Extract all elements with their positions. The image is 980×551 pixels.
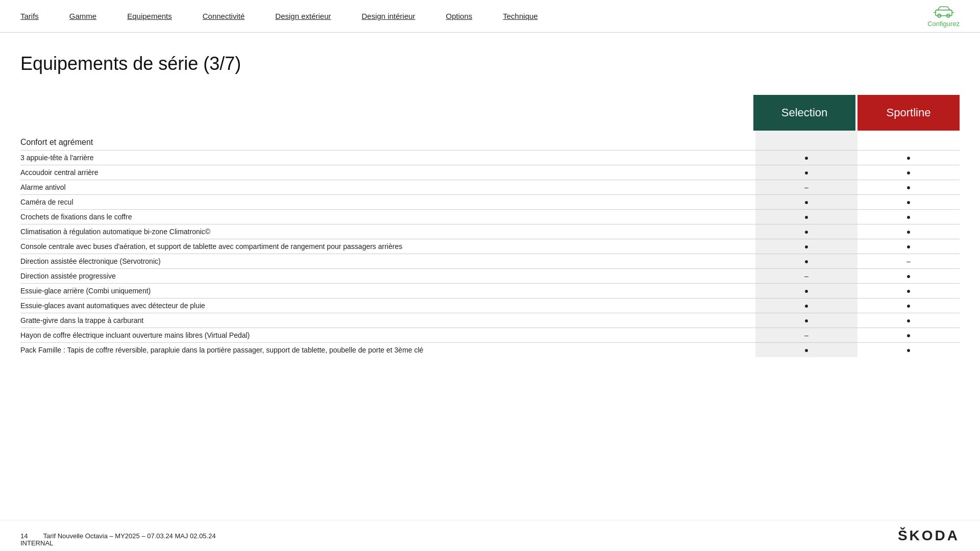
selection-value: ● bbox=[755, 195, 857, 210]
table-row: Direction assistée électronique (Servotr… bbox=[20, 254, 960, 269]
feature-label: Climatisation à régulation automatique b… bbox=[20, 224, 755, 239]
feature-label: Essuie-glaces avant automatiques avec dé… bbox=[20, 298, 755, 313]
footer-internal: INTERNAL bbox=[20, 539, 53, 549]
page-title: Equipements de série (3/7) bbox=[20, 53, 960, 74]
table-row: Pack Famille : Tapis de coffre réversibl… bbox=[20, 343, 960, 358]
nav-technique[interactable]: Technique bbox=[503, 12, 537, 20]
table-row: Essuie-glace arrière (Combi uniquement)●… bbox=[20, 284, 960, 298]
sportline-value: ● bbox=[857, 224, 960, 239]
sportline-value: ● bbox=[857, 269, 960, 284]
car-icon bbox=[934, 5, 954, 20]
footer-page-number: 14 bbox=[20, 532, 28, 540]
selection-value: ● bbox=[755, 284, 857, 298]
nav-options[interactable]: Options bbox=[446, 12, 473, 20]
sportline-value: – bbox=[857, 254, 960, 269]
column-headers: Selection Sportline bbox=[20, 95, 960, 131]
table-row: Direction assistée progressive–● bbox=[20, 269, 960, 284]
category-label: Confort et agrément bbox=[20, 131, 755, 151]
selection-value: ● bbox=[755, 343, 857, 358]
feature-label: Gratte-givre dans la trappe à carburant bbox=[20, 313, 755, 328]
sportline-header: Sportline bbox=[857, 95, 960, 131]
selection-header: Selection bbox=[753, 95, 855, 131]
feature-label: Alarme antivol bbox=[20, 180, 755, 195]
selection-value: ● bbox=[755, 165, 857, 180]
selection-value: – bbox=[755, 269, 857, 284]
feature-label: Direction assistée électronique (Servotr… bbox=[20, 254, 755, 269]
selection-value: ● bbox=[755, 224, 857, 239]
footer-document: Tarif Nouvelle Octavia – MY2025 – 07.03.… bbox=[43, 532, 215, 540]
nav-connectivite[interactable]: Connectivité bbox=[203, 12, 245, 20]
table-row: Console centrale avec buses d'aération, … bbox=[20, 239, 960, 254]
selection-value: ● bbox=[755, 239, 857, 254]
main-content: Equipements de série (3/7) Selection Spo… bbox=[0, 33, 980, 357]
table-row: Alarme antivol–● bbox=[20, 180, 960, 195]
selection-value: ● bbox=[755, 210, 857, 224]
nav-gamme[interactable]: Gamme bbox=[69, 12, 96, 20]
feature-label: Hayon de coffre électrique incluant ouve… bbox=[20, 328, 755, 343]
sportline-value: ● bbox=[857, 180, 960, 195]
sportline-value: ● bbox=[857, 313, 960, 328]
feature-label: Direction assistée progressive bbox=[20, 269, 755, 284]
nav-design-interieur[interactable]: Design intérieur bbox=[362, 12, 415, 20]
selection-value: – bbox=[755, 328, 857, 343]
table-row: Essuie-glaces avant automatiques avec dé… bbox=[20, 298, 960, 313]
selection-value: ● bbox=[755, 298, 857, 313]
selection-value: ● bbox=[755, 151, 857, 165]
table-row: Gratte-givre dans la trappe à carburant●… bbox=[20, 313, 960, 328]
configurez-label: Configurez bbox=[927, 20, 960, 28]
sportline-value: ● bbox=[857, 298, 960, 313]
table-row: 3 appuie-tête à l'arrière●● bbox=[20, 151, 960, 165]
feature-label: 3 appuie-tête à l'arrière bbox=[20, 151, 755, 165]
feature-label: Accoudoir central arrière bbox=[20, 165, 755, 180]
feature-label: Essuie-glace arrière (Combi uniquement) bbox=[20, 284, 755, 298]
sportline-value: ● bbox=[857, 239, 960, 254]
sportline-value: ● bbox=[857, 210, 960, 224]
sportline-value: ● bbox=[857, 343, 960, 358]
sportline-value: ● bbox=[857, 195, 960, 210]
category-row: Confort et agrément bbox=[20, 131, 960, 151]
table-row: Climatisation à régulation automatique b… bbox=[20, 224, 960, 239]
table-row: Crochets de fixations dans le coffre●● bbox=[20, 210, 960, 224]
selection-value: ● bbox=[755, 313, 857, 328]
feature-label: Caméra de recul bbox=[20, 195, 755, 210]
footer: 14 Tarif Nouvelle Octavia – MY2025 – 07.… bbox=[0, 520, 980, 551]
selection-value: ● bbox=[755, 254, 857, 269]
nav-equipements[interactable]: Equipements bbox=[127, 12, 172, 20]
top-navigation: Tarifs Gamme Equipements Connectivité De… bbox=[0, 0, 980, 33]
table-row: Accoudoir central arrière●● bbox=[20, 165, 960, 180]
feature-label: Crochets de fixations dans le coffre bbox=[20, 210, 755, 224]
nav-tarifs[interactable]: Tarifs bbox=[20, 12, 39, 20]
nav-design-exterieur[interactable]: Design extérieur bbox=[275, 12, 331, 20]
sportline-value: ● bbox=[857, 284, 960, 298]
table-row: Hayon de coffre électrique incluant ouve… bbox=[20, 328, 960, 343]
sportline-value: ● bbox=[857, 165, 960, 180]
sportline-value: ● bbox=[857, 328, 960, 343]
table-row: Caméra de recul●● bbox=[20, 195, 960, 210]
skoda-logo: ŠKODA bbox=[898, 528, 960, 544]
feature-label: Pack Famille : Tapis de coffre réversibl… bbox=[20, 343, 755, 358]
sportline-value: ● bbox=[857, 151, 960, 165]
feature-label: Console centrale avec buses d'aération, … bbox=[20, 239, 755, 254]
equipment-table: Confort et agrément 3 appuie-tête à l'ar… bbox=[20, 131, 960, 357]
selection-value: – bbox=[755, 180, 857, 195]
configurez-button[interactable]: Configurez bbox=[927, 5, 960, 28]
